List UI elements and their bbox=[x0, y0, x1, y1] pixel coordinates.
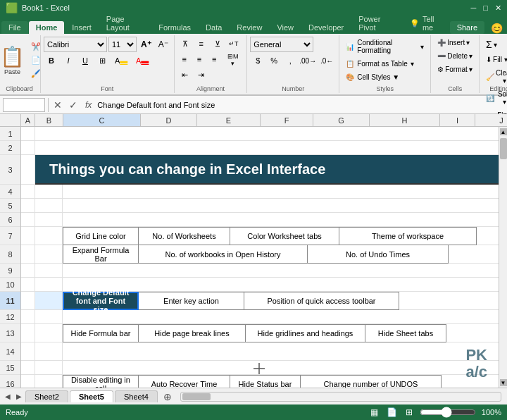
increase-indent-btn[interactable]: ⇥ bbox=[194, 68, 209, 82]
cell-change-default-font[interactable]: Change Default font and Font size bbox=[63, 292, 139, 310]
align-center-btn[interactable]: ≡ bbox=[192, 52, 206, 66]
comma2-btn[interactable]: , bbox=[282, 54, 298, 68]
increase-decimal-btn[interactable]: .00→ bbox=[299, 54, 317, 68]
zoom-slider[interactable] bbox=[420, 407, 476, 418]
fill-color-btn[interactable]: A▬ bbox=[111, 54, 131, 68]
cancel-formula-btn[interactable]: ✕ bbox=[51, 99, 64, 111]
cell-change-number-undos[interactable]: Change number of UNDOS bbox=[301, 375, 442, 388]
name-box[interactable]: C11 bbox=[3, 98, 45, 112]
cell-hide-page-break[interactable]: Hide page break lines bbox=[139, 324, 246, 342]
prev-sheet-btn[interactable]: ◀ bbox=[3, 393, 13, 400]
ribbon-tabs: File Home Insert Page Layout Formulas Da… bbox=[0, 16, 507, 34]
cell-disable-editing[interactable]: Disable editing in cell bbox=[63, 375, 139, 388]
number-format-select[interactable]: General bbox=[250, 37, 313, 52]
cell-color-worksheet-tabs[interactable]: Color Worksheet tabs bbox=[230, 227, 339, 245]
normal-view-btn[interactable]: ▦ bbox=[369, 407, 380, 417]
cut-button[interactable]: ✂️ bbox=[30, 41, 42, 53]
sum-btn[interactable]: Σ▾ bbox=[482, 37, 507, 52]
tab-sheet5-active[interactable]: Sheet5 bbox=[70, 390, 113, 402]
font-name-select[interactable]: Calibri bbox=[44, 37, 107, 52]
delete-cell-btn[interactable]: ➖Delete▾ bbox=[434, 50, 476, 62]
cell-enter-key-action[interactable]: Enter key action bbox=[139, 292, 244, 310]
next-sheet-btn[interactable]: ▶ bbox=[14, 393, 24, 400]
tell-me-box[interactable]: 💡 Tell me bbox=[403, 13, 449, 34]
bold-btn[interactable]: B bbox=[44, 54, 59, 68]
minimize-btn[interactable]: ─ bbox=[471, 4, 477, 13]
align-middle-btn[interactable]: ≡ bbox=[194, 37, 209, 51]
tab-home[interactable]: Home bbox=[29, 21, 65, 34]
format-as-table-btn[interactable]: 📋Format as Table▾ bbox=[342, 58, 427, 70]
format-painter-button[interactable]: 🖌️ bbox=[30, 68, 42, 80]
formula-input[interactable] bbox=[97, 101, 504, 109]
underline-btn[interactable]: U bbox=[77, 54, 93, 68]
cell-hide-gridlines[interactable]: Hide gridlines and headings bbox=[246, 324, 365, 342]
cell-undo-times[interactable]: No. of Undo Times bbox=[308, 245, 449, 264]
cell-theme-workspace[interactable]: Theme of workspace bbox=[339, 227, 477, 245]
insert-cell-btn[interactable]: ➕Insert▾ bbox=[434, 37, 476, 49]
close-btn[interactable]: ✕ bbox=[495, 4, 501, 13]
cell-auto-recover-time[interactable]: Auto Recover Time bbox=[139, 375, 230, 388]
tab-formulas[interactable]: Formulas bbox=[151, 21, 198, 34]
format-cell-btn[interactable]: ⚙Format▾ bbox=[434, 63, 476, 75]
copy-button[interactable]: 📄 bbox=[30, 54, 42, 66]
confirm-formula-btn[interactable]: ✓ bbox=[67, 99, 80, 111]
tab-page-layout[interactable]: Page Layout bbox=[99, 13, 151, 34]
cell-hide-sheet-tabs[interactable]: Hide Sheet tabs bbox=[365, 324, 446, 342]
heading-cell[interactable]: Things you can change in Excel Interface bbox=[35, 155, 499, 185]
col-header-B: B bbox=[35, 114, 63, 126]
align-right-btn[interactable]: ≡ bbox=[207, 52, 221, 66]
tab-insert[interactable]: Insert bbox=[65, 21, 99, 34]
align-bottom-btn[interactable]: ⊻ bbox=[210, 37, 225, 51]
font-size-select[interactable]: 11 bbox=[108, 37, 137, 52]
tab-sheet4[interactable]: Sheet4 bbox=[115, 390, 158, 402]
vertical-scrollbar[interactable]: ▲ ▼ bbox=[499, 127, 507, 388]
insert-function-btn[interactable]: fx bbox=[82, 100, 94, 110]
share-btn[interactable]: Share bbox=[450, 21, 484, 34]
cell-hide-formula-bar[interactable]: Hide Formula bar bbox=[63, 324, 139, 342]
merge-center-btn[interactable]: ⊞M ▾ bbox=[222, 52, 244, 66]
tab-file[interactable]: File bbox=[1, 21, 28, 34]
align-left-btn[interactable]: ≡ bbox=[177, 52, 192, 66]
conditional-formatting-btn[interactable]: 📊Conditional Formatting▾ bbox=[342, 37, 427, 56]
cell-grid-line-color[interactable]: Grid Line color bbox=[63, 227, 139, 245]
row-13: Hide Formula bar Hide page break lines H… bbox=[21, 324, 499, 342]
fill-btn[interactable]: ⬇Fill ▾ bbox=[482, 54, 507, 66]
font-color-btn[interactable]: A▬ bbox=[132, 54, 152, 68]
maximize-btn[interactable]: □ bbox=[483, 4, 488, 13]
tab-data[interactable]: Data bbox=[199, 21, 229, 34]
percent-btn[interactable]: $ bbox=[250, 54, 265, 68]
tab-power-pivot[interactable]: Power Pivot bbox=[351, 13, 401, 34]
cell-expand-formula-bar[interactable]: Expand Formula Bar bbox=[63, 245, 139, 264]
border-btn[interactable]: ⊞ bbox=[94, 54, 110, 68]
clear-btn[interactable]: 🧹Clear ▾ bbox=[482, 67, 507, 87]
page-layout-view-btn[interactable]: 📄 bbox=[385, 407, 399, 417]
col-header-C[interactable]: C bbox=[63, 114, 141, 126]
tab-review[interactable]: Review bbox=[230, 21, 269, 34]
cell-no-worksheets[interactable]: No. of Worksheets bbox=[139, 227, 230, 245]
row-num-11[interactable]: 11 bbox=[0, 292, 20, 310]
comma-btn[interactable]: % bbox=[266, 54, 282, 68]
paste-button[interactable]: 📋 Paste bbox=[0, 41, 28, 79]
tab-developer[interactable]: Developer bbox=[301, 21, 351, 34]
cell-styles-btn[interactable]: 🎨Cell Styles ▼ bbox=[342, 71, 427, 83]
row-5 bbox=[21, 199, 499, 213]
increase-font-btn[interactable]: A⁺ bbox=[138, 38, 154, 51]
decrease-indent-btn[interactable]: ⇤ bbox=[177, 68, 193, 82]
align-top-btn[interactable]: ⊼ bbox=[177, 37, 193, 51]
horiz-scrollbar[interactable] bbox=[180, 392, 501, 402]
cell-quick-access-toolbar[interactable]: Position of quick access toolbar bbox=[244, 292, 399, 310]
decrease-font-btn[interactable]: A⁻ bbox=[156, 38, 171, 51]
cell-hide-status-bar[interactable]: Hide Status bar bbox=[230, 375, 301, 388]
decrease-decimal-btn[interactable]: .0← bbox=[318, 54, 336, 68]
row-num-13: 13 bbox=[0, 324, 20, 342]
cell-workbooks-open-history[interactable]: No. of workbooks in Open History bbox=[139, 245, 308, 264]
page-break-view-btn[interactable]: ⊞ bbox=[404, 407, 414, 417]
tab-sheet2[interactable]: Sheet2 bbox=[25, 390, 68, 402]
wrap-text-btn[interactable]: ↵T bbox=[226, 37, 242, 51]
add-sheet-btn[interactable]: ⊕ bbox=[159, 390, 176, 404]
grid-area: 1 2 3 4 5 6 7 8 9 10 11 12 13 14 15 16 1… bbox=[0, 127, 507, 388]
tab-view[interactable]: View bbox=[270, 21, 301, 34]
row-num-1: 1 bbox=[0, 127, 20, 141]
italic-btn[interactable]: I bbox=[61, 54, 76, 68]
spreadsheet: A B C D E F G H I J K L M 1 2 3 4 5 6 7 bbox=[0, 114, 507, 388]
